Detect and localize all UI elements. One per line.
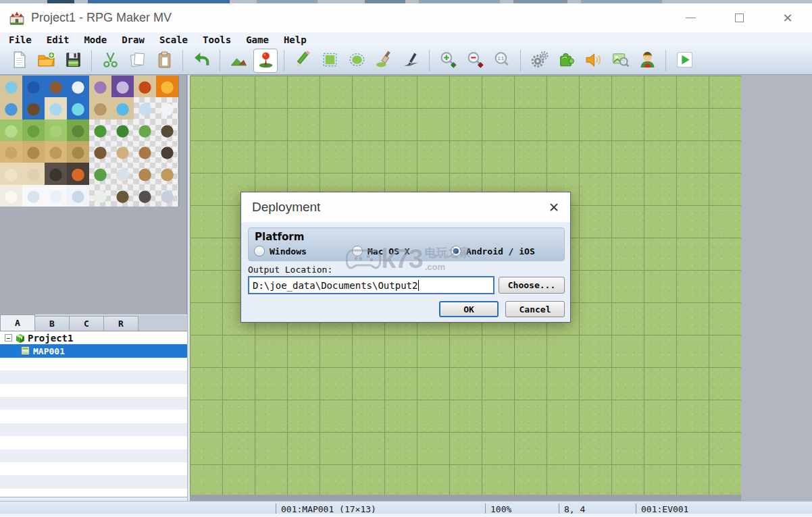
palette-tile[interactable] [156,163,178,184]
radio-circle-icon[interactable] [451,246,461,256]
palette-tile[interactable] [89,76,111,97]
map-scroll-track[interactable] [190,495,741,501]
copy-button[interactable] [125,49,149,73]
palette-tile[interactable] [156,141,178,163]
palette-tile[interactable] [89,119,111,141]
dialog-close-icon[interactable]: ✕ [546,199,562,215]
palette-tile[interactable] [134,97,156,119]
palette-tile[interactable] [134,163,156,184]
undo-button[interactable] [189,49,213,73]
palette-tile[interactable] [67,97,89,119]
tree-item-project1[interactable]: Project1 [0,331,187,344]
palette-tile[interactable] [22,141,45,163]
ok-button[interactable]: OK [439,301,499,317]
palette-tile[interactable] [22,97,45,119]
map-mode-button[interactable] [226,49,251,73]
palette-tab-b[interactable]: B [34,316,70,331]
palette-tile[interactable] [22,163,45,184]
menu-tools[interactable]: Tools [195,34,238,46]
palette-tile[interactable] [89,141,111,163]
palette-tile[interactable] [111,76,134,97]
palette-tile[interactable] [111,97,134,119]
palette-tile[interactable] [156,119,178,141]
palette-tab-r[interactable]: R [103,316,138,331]
palette-tile[interactable] [45,141,67,163]
palette-tile[interactable] [0,163,22,184]
menu-help[interactable]: Help [276,34,314,46]
palette-tile[interactable] [0,76,22,97]
menu-edit[interactable]: Edit [39,34,77,46]
radio-circle-icon[interactable] [352,246,363,256]
palette-tile[interactable] [134,141,156,163]
palette-tile[interactable] [134,76,156,97]
menu-file[interactable]: File [1,34,39,46]
menu-game[interactable]: Game [238,34,276,46]
paste-button[interactable] [152,49,176,73]
palette-tile[interactable] [22,119,45,141]
palette-tile[interactable] [111,163,134,184]
palette-tile[interactable] [156,185,178,207]
palette-tile[interactable] [0,185,22,207]
palette-tile[interactable] [89,97,111,119]
palette-tile[interactable] [67,163,89,184]
palette-tile[interactable] [134,119,156,141]
palette-tile[interactable] [156,76,178,97]
palette-tile[interactable] [45,163,67,184]
palette-tile[interactable] [0,141,22,163]
palette-tile[interactable] [111,185,134,207]
shadow-pen-button[interactable] [399,49,423,73]
close-button[interactable]: ✕ [763,3,812,32]
palette-tile[interactable] [134,185,156,207]
palette-tab-a[interactable]: A [0,315,35,331]
maximize-button[interactable] [715,3,763,32]
palette-tile[interactable] [67,185,89,207]
palette-tile[interactable] [67,76,89,97]
zoom-actual-button[interactable]: 1:1 [490,49,514,73]
platform-radio-windows[interactable]: Windows [254,244,307,258]
output-location-input[interactable]: D:\joe_data\Documents\Output2 [248,276,494,294]
choose-button[interactable]: Choose... [499,277,565,294]
tree-expander-icon[interactable] [5,334,12,342]
open-project-button[interactable] [34,49,58,73]
palette-tile[interactable] [89,185,111,207]
platform-radio-android-ios[interactable]: Android / iOS [451,244,535,258]
menu-scale[interactable]: Scale [152,34,195,46]
zoom-out-button[interactable] [463,49,487,73]
palette-tile[interactable] [45,185,67,207]
palette-tile[interactable] [45,97,67,119]
ellipse-button[interactable] [345,49,369,73]
database-button[interactable] [527,49,551,73]
plugin-manager-button[interactable] [554,49,578,73]
palette-tile[interactable] [0,97,22,119]
cancel-button[interactable]: Cancel [505,301,565,317]
tree-item-map001[interactable]: MAP001 [0,344,187,357]
palette-tab-c[interactable]: C [69,316,104,331]
palette-tile[interactable] [45,119,67,141]
palette-tile[interactable] [67,119,89,141]
zoom-in-button[interactable] [436,49,460,73]
palette-tile[interactable] [22,185,45,207]
palette-tile[interactable] [0,119,22,141]
palette-tile[interactable] [111,119,134,141]
palette-tile[interactable] [67,141,89,163]
new-project-button[interactable] [7,49,31,73]
palette-tile[interactable] [156,97,178,119]
sound-test-button[interactable] [581,49,605,73]
character-generator-button[interactable] [635,49,659,73]
flood-fill-button[interactable] [372,49,396,73]
tileset-palette[interactable] [0,76,179,207]
minimize-button[interactable] [666,3,715,32]
palette-tile[interactable] [22,76,45,97]
pencil-button[interactable] [290,49,315,73]
cut-button[interactable] [98,49,122,73]
radio-circle-icon[interactable] [254,246,265,256]
palette-tile[interactable] [89,163,111,184]
platform-radio-mac-os-x[interactable]: Mac OS X [352,244,410,258]
palette-tile[interactable] [111,141,134,163]
palette-tile[interactable] [45,76,67,97]
playtest-button[interactable] [672,49,696,73]
menu-draw[interactable]: Draw [114,34,152,46]
resource-manager-button[interactable] [608,49,632,73]
event-mode-button[interactable] [253,49,278,73]
menu-mode[interactable]: Mode [76,34,114,46]
